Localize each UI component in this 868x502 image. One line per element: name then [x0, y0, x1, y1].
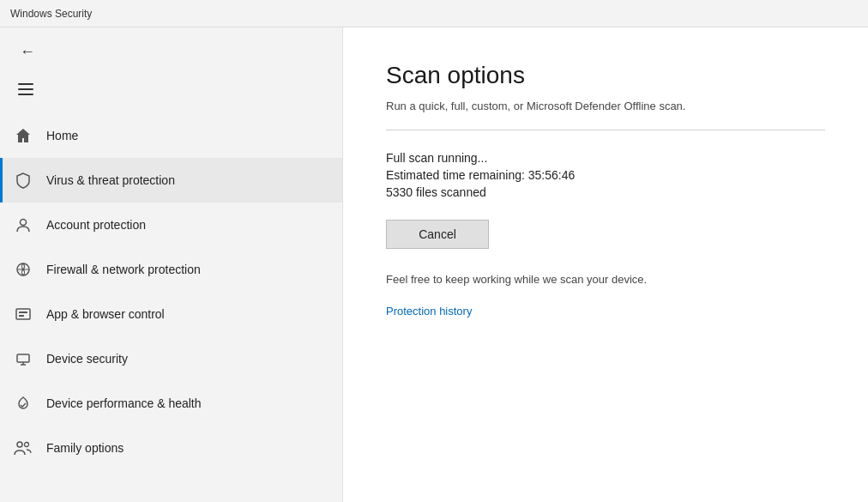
device-health-icon — [14, 394, 33, 413]
sidebar-item-firewall-label: Firewall & network protection — [46, 263, 201, 276]
sidebar-item-devicehealth[interactable]: Device performance & health — [0, 381, 342, 426]
sidebar-top: ← — [0, 27, 342, 76]
sidebar-item-appbrowser[interactable]: App & browser control — [0, 292, 342, 336]
svg-rect-2 — [16, 309, 30, 319]
sidebar-item-devicesec-label: Device security — [46, 352, 128, 366]
home-icon — [14, 126, 33, 145]
main-layout: ← Home — [0, 27, 868, 502]
hamburger-line-1 — [18, 83, 33, 85]
account-icon — [14, 215, 33, 234]
page-subtitle: Run a quick, full, custom, or Microsoft … — [386, 100, 825, 112]
sidebar-item-family[interactable]: Family options — [0, 426, 342, 470]
scan-status-text: Full scan running... — [386, 151, 825, 165]
shield-icon — [14, 171, 33, 190]
sidebar: ← Home — [0, 27, 343, 502]
sidebar-item-home-label: Home — [46, 129, 78, 142]
working-text: Feel free to keep working while we scan … — [386, 273, 825, 286]
svg-rect-4 — [19, 315, 24, 317]
hamburger-button[interactable] — [12, 76, 39, 103]
sidebar-item-appbrowser-label: App & browser control — [46, 307, 165, 321]
svg-point-0 — [21, 220, 27, 226]
sidebar-item-virus-label: Virus & threat protection — [46, 173, 175, 187]
hamburger-line-3 — [18, 94, 33, 95]
page-title: Scan options — [386, 62, 825, 89]
svg-point-7 — [25, 443, 29, 447]
sidebar-item-firewall[interactable]: Firewall & network protection — [0, 247, 342, 292]
svg-rect-5 — [17, 354, 29, 362]
sidebar-item-family-label: Family options — [46, 441, 124, 455]
divider — [386, 130, 825, 130]
app-browser-icon — [14, 305, 33, 324]
scan-time-text: Estimated time remaining: 35:56:46 — [386, 168, 825, 182]
hamburger-line-2 — [18, 88, 33, 90]
device-security-icon — [14, 349, 33, 368]
back-button[interactable]: ← — [14, 38, 41, 65]
sidebar-item-virus[interactable]: Virus & threat protection — [0, 158, 342, 203]
sidebar-item-devicesec[interactable]: Device security — [0, 336, 342, 381]
cancel-button[interactable]: Cancel — [386, 220, 489, 249]
family-icon — [14, 438, 33, 457]
sidebar-item-devicehealth-label: Device performance & health — [46, 396, 202, 410]
app-title: Windows Security — [10, 8, 92, 20]
sidebar-item-home[interactable]: Home — [0, 113, 342, 158]
sidebar-item-account-label: Account protection — [46, 218, 146, 232]
svg-rect-3 — [19, 311, 27, 313]
nav-items: Home Virus & threat protection — [0, 113, 342, 470]
svg-point-6 — [17, 442, 22, 447]
protection-history-link[interactable]: Protection history — [386, 305, 472, 318]
sidebar-item-account[interactable]: Account protection — [0, 203, 342, 247]
scan-files-text: 5330 files scanned — [386, 185, 825, 199]
firewall-icon — [14, 260, 33, 279]
title-bar: Windows Security — [0, 0, 868, 27]
content-area: Scan options Run a quick, full, custom, … — [343, 27, 868, 502]
